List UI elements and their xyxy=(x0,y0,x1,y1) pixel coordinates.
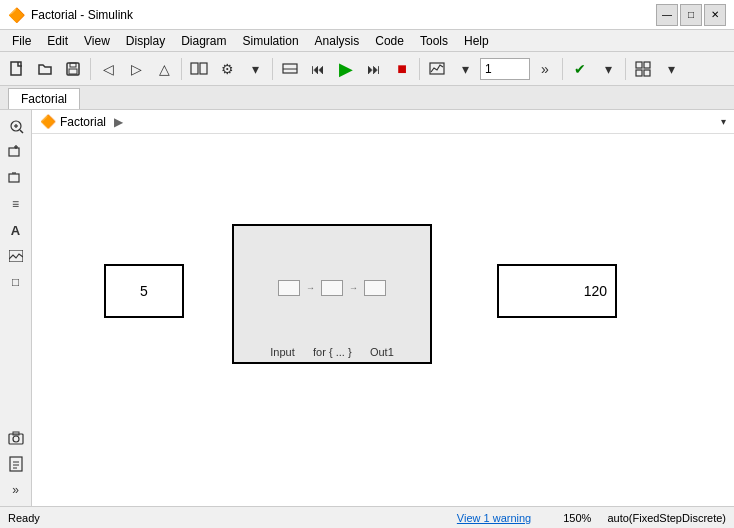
input-block[interactable]: 5 xyxy=(104,264,184,318)
box-button[interactable]: □ xyxy=(4,270,28,294)
grid-button[interactable] xyxy=(630,56,656,82)
sep5 xyxy=(562,58,563,80)
status-warning[interactable]: View 1 warning xyxy=(457,512,531,524)
sep4 xyxy=(419,58,420,80)
scope-button[interactable] xyxy=(424,56,450,82)
redo-button[interactable]: ▷ xyxy=(123,56,149,82)
menu-display[interactable]: Display xyxy=(118,32,173,50)
breadcrumb: 🔶 Factorial ▶ ▾ xyxy=(32,110,734,134)
undo-button[interactable]: ◁ xyxy=(95,56,121,82)
menu-help[interactable]: Help xyxy=(456,32,497,50)
output-block[interactable]: 120 xyxy=(497,264,617,318)
library-button[interactable] xyxy=(186,56,212,82)
for-mini-blocks: → → xyxy=(242,234,422,342)
breadcrumb-icon: 🔶 xyxy=(40,114,56,129)
grid-dropdown[interactable]: ▾ xyxy=(658,56,684,82)
breadcrumb-dropdown[interactable]: ▾ xyxy=(721,116,726,127)
dropdown1-button[interactable]: ▾ xyxy=(242,56,268,82)
menu-code[interactable]: Code xyxy=(367,32,412,50)
text-button[interactable]: A xyxy=(4,218,28,242)
svg-rect-10 xyxy=(644,62,650,68)
titlebar: 🔶 Factorial - Simulink — □ ✕ xyxy=(0,0,734,30)
menu-edit[interactable]: Edit xyxy=(39,32,76,50)
svg-point-24 xyxy=(13,436,19,442)
svg-rect-4 xyxy=(191,63,198,74)
factorial-tab[interactable]: Factorial xyxy=(8,88,80,109)
for-output-label: Out1 xyxy=(370,346,394,358)
status-zoom: 150% xyxy=(563,512,591,524)
sep1 xyxy=(90,58,91,80)
sep2 xyxy=(181,58,182,80)
zoom-out-button[interactable] xyxy=(4,166,28,190)
title-text: Factorial - Simulink xyxy=(31,8,656,22)
svg-rect-3 xyxy=(69,69,77,74)
menu-tools[interactable]: Tools xyxy=(412,32,456,50)
settings-button[interactable]: ⚙ xyxy=(214,56,240,82)
expand-button[interactable]: » xyxy=(4,478,28,502)
toolbar: ◁ ▷ △ ⚙ ▾ ⏮ ▶ ⏭ ■ ▾ » ✔ ▾ ▾ xyxy=(0,52,734,86)
canvas: 5 → → Input for { ... xyxy=(32,134,734,506)
sep3 xyxy=(272,58,273,80)
check-dropdown[interactable]: ▾ xyxy=(595,56,621,82)
menu-simulation[interactable]: Simulation xyxy=(235,32,307,50)
for-block-label: Input for { ... } Out1 xyxy=(234,346,430,358)
app-icon: 🔶 xyxy=(8,7,25,23)
menu-view[interactable]: View xyxy=(76,32,118,50)
svg-rect-12 xyxy=(644,70,650,76)
maximize-button[interactable]: □ xyxy=(680,4,702,26)
svg-rect-11 xyxy=(636,70,642,76)
for-block[interactable]: → → Input for { ... } Out1 xyxy=(232,224,432,364)
menubar: FileEditViewDisplayDiagramSimulationAnal… xyxy=(0,30,734,52)
doc-button[interactable] xyxy=(4,452,28,476)
menu-diagram[interactable]: Diagram xyxy=(173,32,234,50)
for-block-inner: → → Input for { ... } Out1 xyxy=(234,226,430,362)
main-area: ≡ A □ » 🔶 Factorial ▶ ▾ xyxy=(0,110,734,506)
new-button[interactable] xyxy=(4,56,30,82)
minimize-button[interactable]: — xyxy=(656,4,678,26)
sep6 xyxy=(625,58,626,80)
status-ready: Ready xyxy=(8,512,441,524)
menu-file[interactable]: File xyxy=(4,32,39,50)
zoom-in-button[interactable] xyxy=(4,140,28,164)
open-button[interactable] xyxy=(32,56,58,82)
close-button[interactable]: ✕ xyxy=(704,4,726,26)
tabbar: Factorial xyxy=(0,86,734,110)
check-button[interactable]: ✔ xyxy=(567,56,593,82)
status-solver: auto(FixedStepDiscrete) xyxy=(607,512,726,524)
menu-analysis[interactable]: Analysis xyxy=(307,32,368,50)
step-back-button[interactable]: ⏮ xyxy=(305,56,331,82)
for-input-label: Input xyxy=(270,346,294,358)
svg-line-14 xyxy=(20,130,23,133)
svg-rect-20 xyxy=(9,174,19,182)
run-button[interactable]: ▶ xyxy=(333,56,359,82)
camera-button[interactable] xyxy=(4,426,28,450)
sidebar: ≡ A □ » xyxy=(0,110,32,506)
svg-rect-0 xyxy=(11,62,21,75)
mini-block-3 xyxy=(364,280,386,296)
up-button[interactable]: △ xyxy=(151,56,177,82)
svg-rect-9 xyxy=(636,62,642,68)
more-button[interactable]: » xyxy=(532,56,558,82)
stop-button[interactable]: ■ xyxy=(389,56,415,82)
window-controls: — □ ✕ xyxy=(656,4,726,26)
mini-block-1 xyxy=(278,280,300,296)
output-block-value: 120 xyxy=(584,283,607,299)
svg-rect-17 xyxy=(9,148,19,156)
signal-button[interactable] xyxy=(277,56,303,82)
step-forward-button[interactable]: ⏭ xyxy=(361,56,387,82)
save-button[interactable] xyxy=(60,56,86,82)
mini-block-2 xyxy=(321,280,343,296)
zoom-fit-button[interactable] xyxy=(4,114,28,138)
for-loop-label: for { ... } xyxy=(313,346,352,358)
svg-rect-26 xyxy=(10,457,22,471)
canvas-area[interactable]: 🔶 Factorial ▶ ▾ 5 xyxy=(32,110,734,506)
image-button[interactable] xyxy=(4,244,28,268)
sim-time-input[interactable] xyxy=(480,58,530,80)
svg-rect-5 xyxy=(200,63,207,74)
breadcrumb-label: Factorial xyxy=(60,115,106,129)
breadcrumb-arrow: ▶ xyxy=(114,115,123,129)
scope-dropdown[interactable]: ▾ xyxy=(452,56,478,82)
input-block-value: 5 xyxy=(140,283,148,299)
signals-button[interactable]: ≡ xyxy=(4,192,28,216)
svg-rect-8 xyxy=(430,63,444,74)
